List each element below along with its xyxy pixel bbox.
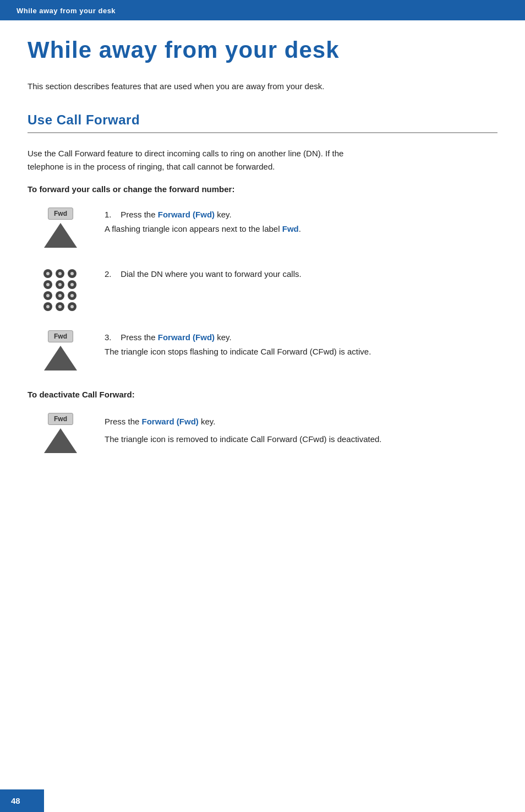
- triangle-icon-deactivate: [44, 428, 77, 453]
- deactivate-content: Press the Forward (Fwd) key. The triangl…: [105, 413, 497, 446]
- forward-subheading: To forward your calls or change the forw…: [28, 184, 497, 194]
- step-3-text-before: Press the: [121, 333, 158, 342]
- page-footer: 48: [0, 789, 44, 812]
- keypad-dot: [43, 280, 52, 289]
- step-3-highlight: Forward (Fwd): [158, 333, 215, 342]
- deactivate-text-before: Press the: [105, 417, 142, 426]
- keypad-dot: [68, 280, 76, 289]
- step-3-note: The triangle icon stops flashing to indi…: [105, 345, 497, 358]
- step-2-body: Dial the DN where you want to forward yo…: [121, 269, 301, 279]
- step-1-text-before: Press the: [121, 210, 158, 219]
- fwd-button-3: Fwd: [48, 330, 73, 342]
- fwd-button-deactivate: Fwd: [48, 413, 73, 425]
- steps-container: Fwd 1. Press the Forward (Fwd) key. A fl…: [28, 208, 497, 370]
- keypad-grid: [43, 269, 78, 311]
- intro-text: This section describes features that are…: [28, 80, 380, 93]
- step-row-1: Fwd 1. Press the Forward (Fwd) key. A fl…: [28, 208, 497, 248]
- deactivate-step-text: Press the Forward (Fwd) key.: [105, 415, 497, 428]
- step-3-number: 3.: [105, 333, 112, 342]
- breadcrumb-text: While away from your desk: [17, 7, 116, 15]
- keypad-dot: [43, 302, 52, 311]
- keypad-dot: [68, 269, 76, 278]
- deactivate-icon-area: Fwd: [28, 413, 94, 453]
- step-row-3: Fwd 3. Press the Forward (Fwd) key. The …: [28, 330, 497, 370]
- triangle-icon-3: [44, 346, 77, 370]
- step-3-icon-area: Fwd: [28, 330, 94, 370]
- keypad-dot: [56, 280, 64, 289]
- section-heading: Use Call Forward: [28, 112, 497, 133]
- keypad-dot: [43, 291, 52, 300]
- step-1-note: A flashing triangle icon appears next to…: [105, 222, 497, 236]
- page-number: 48: [11, 796, 20, 805]
- keypad-dot: [56, 269, 64, 278]
- triangle-icon-1: [44, 223, 77, 248]
- keypad-dot: [43, 269, 52, 278]
- step-1-text-after: key.: [215, 210, 232, 219]
- deactivate-heading: To deactivate Call Forward:: [28, 390, 497, 399]
- fwd-button-1: Fwd: [48, 208, 73, 220]
- deactivate-note: The triangle icon is removed to indicate…: [105, 433, 497, 446]
- header-bar: While away from your desk: [0, 0, 525, 20]
- step-1-highlight: Forward (Fwd): [158, 210, 215, 219]
- step-3-content: 3. Press the Forward (Fwd) key. The tria…: [105, 330, 497, 358]
- section-body: Use the Call Forward feature to direct i…: [28, 147, 380, 173]
- step-row-2: 2. Dial the DN where you want to forward…: [28, 267, 497, 311]
- deactivate-highlight: Forward (Fwd): [142, 417, 199, 426]
- page-title: While away from your desk: [28, 37, 497, 63]
- step-1-icon-area: Fwd: [28, 208, 94, 248]
- step-3-text: 3. Press the Forward (Fwd) key.: [105, 333, 497, 342]
- step-1-content: 1. Press the Forward (Fwd) key. A flashi…: [105, 208, 497, 236]
- step-2-content: 2. Dial the DN where you want to forward…: [105, 267, 497, 282]
- step-2-icon-area: [28, 267, 94, 311]
- main-content: While away from your desk This section d…: [0, 20, 525, 486]
- keypad-dot: [56, 291, 64, 300]
- keypad-dot: [68, 302, 76, 311]
- keypad-dot: [56, 302, 64, 311]
- step-2-number: 2.: [105, 269, 112, 279]
- deactivate-section: To deactivate Call Forward: Fwd Press th…: [28, 390, 497, 453]
- step-1-number: 1.: [105, 210, 112, 219]
- deactivate-text-after: key.: [199, 417, 216, 426]
- keypad-dot: [68, 291, 76, 300]
- step-3-text-after: key.: [215, 333, 232, 342]
- step-2-text: 2. Dial the DN where you want to forward…: [105, 269, 497, 279]
- step-1-text: 1. Press the Forward (Fwd) key.: [105, 210, 497, 219]
- deactivate-row: Fwd Press the Forward (Fwd) key. The tri…: [28, 413, 497, 453]
